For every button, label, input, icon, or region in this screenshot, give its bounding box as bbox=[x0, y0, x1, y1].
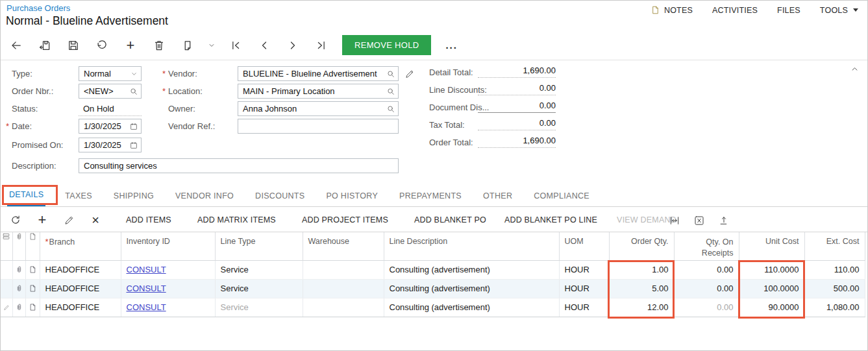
add-blanket-po-button[interactable]: ADD BLANKET PO bbox=[406, 215, 495, 224]
search-icon[interactable] bbox=[386, 104, 395, 114]
tab-discounts[interactable]: DISCOUNTS bbox=[253, 185, 306, 206]
promised-on-field[interactable]: 1/30/2025 bbox=[79, 138, 142, 152]
vendor-field[interactable]: BLUELINE - Blueline Advertisement bbox=[238, 66, 399, 81]
tab-shipping[interactable]: SHIPPING bbox=[112, 185, 156, 206]
column-header-order-qty[interactable]: Order Qty. bbox=[609, 232, 674, 260]
cell-branch[interactable]: HEADOFFICE bbox=[40, 260, 121, 279]
nav-prev-button[interactable] bbox=[254, 35, 275, 56]
copy-paste-button[interactable] bbox=[177, 35, 198, 56]
search-icon[interactable] bbox=[129, 87, 138, 96]
inventory-id-link[interactable]: CONSULT bbox=[127, 265, 166, 274]
add-row-icon[interactable]: + bbox=[32, 210, 52, 230]
calendar-icon[interactable] bbox=[129, 122, 138, 131]
type-select[interactable]: Normal bbox=[79, 66, 142, 81]
notes-column-header-file-icon[interactable] bbox=[25, 232, 40, 260]
edit-vendor-pencil-icon[interactable] bbox=[404, 69, 415, 79]
cell-line-description[interactable]: Consulting (advertisement) bbox=[384, 279, 559, 298]
back-button[interactable] bbox=[6, 35, 27, 56]
vendor-ref-field[interactable] bbox=[238, 119, 399, 134]
copy-paste-menu-chevron-icon[interactable] bbox=[206, 35, 217, 56]
add-matrix-items-button[interactable]: ADD MATRIX ITEMS bbox=[189, 215, 284, 224]
cell-warehouse[interactable] bbox=[303, 260, 384, 279]
edit-row-pencil-icon[interactable] bbox=[59, 210, 79, 230]
description-field[interactable]: Consulting services bbox=[79, 158, 399, 173]
note-file-icon[interactable] bbox=[25, 260, 40, 279]
cell-line-description[interactable]: Consulting (advertisement) bbox=[384, 260, 559, 279]
add-items-button[interactable]: ADD ITEMS bbox=[118, 215, 180, 224]
column-header-branch[interactable]: *Branch bbox=[40, 232, 121, 260]
notes-button[interactable]: NOTES bbox=[651, 5, 693, 15]
export-excel-icon[interactable] bbox=[691, 213, 707, 228]
note-file-icon[interactable] bbox=[25, 279, 40, 298]
table-row[interactable]: HEADOFFICE CONSULT Service Consulting (a… bbox=[1, 260, 865, 279]
column-header-qty-on-receipts[interactable]: Qty. On Receipts bbox=[674, 232, 739, 260]
insert-button[interactable]: + bbox=[120, 35, 141, 56]
column-header-warehouse[interactable]: Warehouse bbox=[303, 232, 384, 260]
paperclip-icon[interactable] bbox=[12, 260, 25, 279]
more-actions-button[interactable]: ... bbox=[445, 40, 458, 51]
cell-warehouse[interactable] bbox=[303, 298, 384, 317]
cell-warehouse[interactable] bbox=[303, 279, 384, 298]
search-icon[interactable] bbox=[386, 87, 395, 96]
document-discounts-value[interactable]: 0.00 bbox=[478, 101, 556, 113]
cell-unit-cost[interactable]: 110.0000 bbox=[739, 260, 804, 279]
tab-taxes[interactable]: TAXES bbox=[63, 185, 94, 206]
refresh-icon[interactable] bbox=[6, 210, 25, 230]
cell-uom[interactable]: HOUR bbox=[559, 279, 609, 298]
save-button[interactable] bbox=[63, 35, 84, 56]
undo-button[interactable] bbox=[92, 35, 112, 56]
collapse-summary-chevron-icon[interactable] bbox=[850, 64, 860, 74]
order-nbr-field[interactable]: <NEW> bbox=[79, 84, 142, 99]
tab-po-history[interactable]: PO HISTORY bbox=[324, 185, 380, 206]
tab-details[interactable]: DETAILS bbox=[7, 185, 45, 206]
table-row[interactable]: HEADOFFICE CONSULT Service Consulting (a… bbox=[1, 279, 865, 298]
cell-line-type[interactable]: Service bbox=[215, 279, 303, 298]
column-header-line-type[interactable]: Line Type bbox=[215, 232, 303, 260]
inventory-id-link[interactable]: CONSULT bbox=[127, 284, 166, 293]
activities-button[interactable]: ACTIVITIES bbox=[712, 6, 758, 15]
paperclip-icon[interactable] bbox=[12, 298, 25, 317]
tab-prepayments[interactable]: PREPAYMENTS bbox=[397, 185, 464, 206]
cell-inventory-id[interactable]: CONSULT bbox=[121, 260, 215, 279]
save-and-close-button[interactable] bbox=[34, 35, 55, 56]
cell-branch[interactable]: HEADOFFICE bbox=[40, 298, 121, 317]
cell-unit-cost[interactable]: 100.0000 bbox=[739, 279, 804, 298]
cell-line-type[interactable]: Service bbox=[215, 260, 303, 279]
date-field[interactable]: 1/30/2025 bbox=[79, 119, 142, 134]
cell-line-type[interactable]: Service bbox=[215, 298, 303, 317]
nav-last-button[interactable] bbox=[311, 35, 332, 56]
paperclip-icon[interactable] bbox=[12, 279, 25, 298]
attachments-column-header-paperclip-icon[interactable] bbox=[12, 232, 25, 260]
cell-unit-cost[interactable]: 90.0000 bbox=[739, 298, 804, 317]
column-header-line-description[interactable]: Line Description bbox=[384, 232, 559, 260]
table-row-editing[interactable]: HEADOFFICE CONSULT Service Consulting (a… bbox=[1, 298, 865, 317]
cell-branch[interactable]: HEADOFFICE bbox=[40, 279, 121, 298]
cell-order-qty[interactable]: 12.00 bbox=[609, 298, 674, 317]
column-header-ext-cost[interactable]: Ext. Cost bbox=[804, 232, 865, 260]
calendar-icon[interactable] bbox=[129, 141, 138, 150]
add-blanket-po-line-button[interactable]: ADD BLANKET PO LINE bbox=[496, 215, 606, 224]
fit-width-icon[interactable] bbox=[667, 213, 682, 228]
upload-icon[interactable] bbox=[716, 213, 732, 228]
files-button[interactable]: FILES bbox=[777, 6, 800, 15]
tab-compliance[interactable]: COMPLIANCE bbox=[532, 185, 591, 206]
breadcrumb[interactable]: Purchase Orders bbox=[6, 3, 70, 13]
cell-uom[interactable]: HOUR bbox=[559, 298, 609, 317]
grid-settings-icon[interactable] bbox=[1, 232, 12, 260]
column-header-unit-cost[interactable]: Unit Cost bbox=[739, 232, 804, 260]
owner-field[interactable]: Anna Johnson bbox=[238, 101, 399, 116]
search-icon[interactable] bbox=[386, 69, 395, 79]
tools-menu-button[interactable]: TOOLS bbox=[820, 6, 858, 15]
add-project-items-button[interactable]: ADD PROJECT ITEMS bbox=[293, 215, 397, 224]
delete-row-x-icon[interactable]: × bbox=[86, 210, 105, 230]
location-field[interactable]: MAIN - Primary Location bbox=[238, 84, 399, 99]
cell-order-qty[interactable]: 5.00 bbox=[609, 279, 674, 298]
remove-hold-button[interactable]: REMOVE HOLD bbox=[342, 35, 431, 55]
tab-other[interactable]: OTHER bbox=[481, 185, 514, 206]
tab-vendor-info[interactable]: VENDOR INFO bbox=[173, 185, 236, 206]
nav-next-button[interactable] bbox=[282, 35, 303, 56]
inventory-id-link[interactable]: CONSULT bbox=[127, 302, 166, 312]
cell-order-qty[interactable]: 1.00 bbox=[609, 260, 674, 279]
nav-first-button[interactable] bbox=[225, 35, 246, 56]
cell-uom[interactable]: HOUR bbox=[559, 260, 609, 279]
